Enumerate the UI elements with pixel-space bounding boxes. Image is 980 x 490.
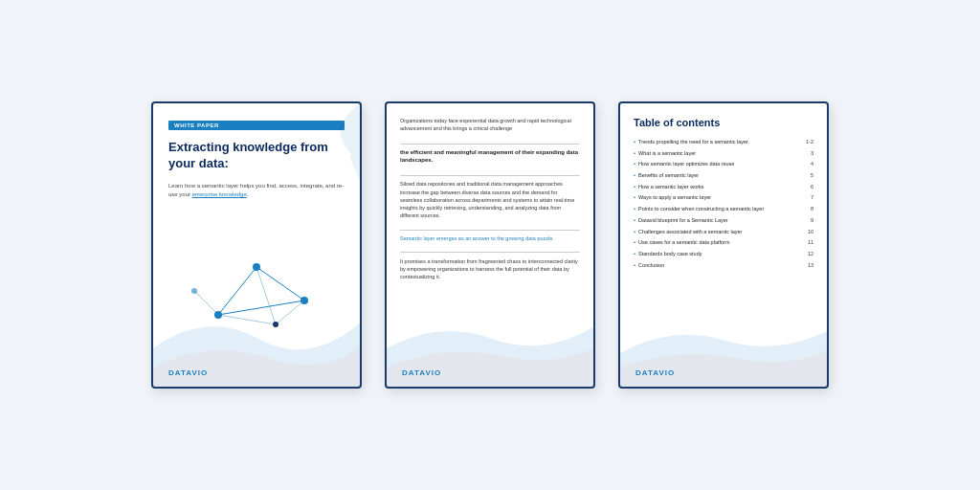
toc-item-label: • What is a semantic layer: [634, 149, 798, 158]
mid-para-1: Siloed data repositories and traditional…: [400, 180, 580, 219]
toc-page-num: 12: [798, 251, 813, 258]
right-card-content: Table of contents • Trends propelling th…: [620, 103, 827, 387]
right-page-card: Table of contents • Trends propelling th…: [618, 101, 829, 389]
toc-row: • How a semantic layer works 6: [634, 183, 813, 191]
svg-point-6: [253, 263, 260, 271]
toc-item-text: Points to consider when constructing a s…: [638, 206, 764, 213]
toc-page-num: 9: [798, 217, 813, 225]
logo-data-right: DATA: [635, 368, 658, 377]
toc-row: • Conclusion 13: [634, 261, 813, 270]
toc-item-text: Standards body case study: [638, 251, 702, 258]
mid-intro-text: Organizations today face exponential dat…: [400, 117, 580, 133]
toc-item-label: • Benefits of semantic layer: [634, 171, 798, 180]
mid-divider-4: [400, 252, 580, 253]
toc-row: • Challenges associated with a semantic …: [634, 228, 813, 236]
toc-item-label: • Challenges associated with a semantic …: [634, 228, 798, 236]
toc-item-text: How semantic layer optimizes data reuse: [638, 161, 734, 168]
logo-data-mid: DATA: [402, 368, 425, 377]
mid-para-2: Semantic layer emerges as an answer to t…: [400, 234, 580, 242]
toc-page-num: 5: [798, 172, 813, 180]
svg-point-9: [273, 322, 278, 327]
logo-vio-right: VIO: [658, 368, 675, 377]
mid-divider-1: [400, 144, 580, 145]
toc-item-text: Datavid blueprint for a Semantic Layer: [638, 217, 728, 225]
toc-row: • What is a semantic layer 3: [634, 149, 813, 158]
toc-page-num: 8: [798, 206, 813, 213]
left-card-content: WHITE PAPER Extracting knowledge from yo…: [153, 103, 360, 387]
toc-item-label: • Points to consider when constructing a…: [634, 205, 798, 213]
toc-page-num: 10: [798, 229, 813, 236]
logo-vio-mid: VIO: [425, 368, 441, 377]
toc-item-label: • Datavid blueprint for a Semantic Layer: [634, 216, 798, 225]
right-logo: DATAVIO: [635, 368, 675, 377]
toc-row: • Standards body case study 12: [634, 250, 813, 258]
svg-line-11: [194, 291, 218, 315]
toc-bullet: •: [634, 205, 635, 212]
svg-line-3: [256, 267, 276, 324]
toc-item-label: • Ways to apply a semantic layer: [634, 193, 798, 202]
toc-page-num: 13: [798, 262, 813, 270]
main-container: WHITE PAPER Extracting knowledge from yo…: [113, 73, 867, 417]
toc-item-text: How a semantic layer works: [638, 184, 703, 191]
toc-page-num: 1-2: [798, 139, 813, 146]
middle-logo: DATAVIO: [402, 368, 441, 377]
toc-row: • Datavid blueprint for a Semantic Layer…: [634, 216, 813, 225]
mid-para-3: It promises a transformation from fragme…: [400, 257, 580, 281]
left-page-card: WHITE PAPER Extracting knowledge from yo…: [151, 101, 362, 389]
toc-item-label: • Use cases for a semantic data platform: [634, 238, 798, 247]
toc-page-num: 7: [798, 194, 813, 202]
toc-item-label: • Trends propelling the need for a seman…: [634, 138, 798, 146]
toc-bullet: •: [634, 171, 635, 179]
toc-row: • Points to consider when constructing a…: [634, 205, 813, 213]
toc-bullet: •: [634, 238, 635, 246]
network-diagram: [168, 207, 345, 375]
toc-bullet: •: [634, 149, 635, 157]
toc-bullet: •: [634, 160, 635, 167]
logo-data: DATA: [168, 368, 191, 377]
left-card-title: Extracting knowledge from your data:: [168, 140, 345, 172]
mid-divider-3: [400, 230, 580, 231]
toc-item-label: • How semantic layer optimizes data reus…: [634, 160, 798, 168]
toc-bullet: •: [634, 250, 635, 257]
toc-item-text: Benefits of semantic layer: [638, 172, 699, 180]
toc-bullet: •: [634, 261, 635, 269]
toc-item-text: Use cases for a semantic data platform: [638, 239, 729, 247]
left-logo: DATAVIO: [168, 368, 208, 377]
toc-bullet: •: [634, 228, 635, 235]
toc-item-text: Challenges associated with a semantic la…: [638, 229, 742, 236]
toc-item-text: What is a semantic layer: [638, 150, 696, 158]
toc-list: • Trends propelling the need for a seman…: [634, 138, 813, 269]
toc-row: • How semantic layer optimizes data reus…: [634, 160, 813, 168]
toc-bullet: •: [634, 193, 635, 201]
svg-line-2: [218, 301, 304, 315]
logo-vio: VIO: [191, 368, 208, 377]
toc-bullet: •: [634, 183, 635, 190]
toc-row: • Use cases for a semantic data platform…: [634, 238, 813, 247]
middle-card-content: Organizations today face exponential dat…: [387, 103, 593, 387]
toc-row: • Ways to apply a semantic layer 7: [634, 193, 813, 202]
svg-line-1: [256, 267, 304, 301]
toc-title: Table of contents: [634, 117, 813, 128]
middle-page-card: Organizations today face exponential dat…: [385, 101, 595, 389]
toc-item-text: Conclusion: [638, 262, 664, 270]
mid-bold-text: the efficient and meaningful management …: [400, 148, 580, 165]
toc-item-label: • Standards body case study: [634, 250, 798, 258]
toc-item-text: Trends propelling the need for a semanti…: [638, 139, 749, 146]
toc-bullet: •: [634, 216, 635, 224]
toc-row: • Benefits of semantic layer 5: [634, 171, 813, 180]
svg-point-8: [301, 297, 308, 304]
svg-line-5: [218, 315, 276, 324]
toc-item-text: Ways to apply a semantic layer: [638, 194, 711, 202]
svg-line-0: [218, 267, 256, 315]
toc-page-num: 6: [798, 184, 813, 191]
toc-item-label: • Conclusion: [634, 261, 798, 270]
toc-bullet: •: [634, 138, 635, 145]
network-svg: [180, 243, 333, 339]
white-paper-badge: WHITE PAPER: [168, 121, 345, 130]
toc-page-num: 11: [798, 239, 813, 247]
toc-row: • Trends propelling the need for a seman…: [634, 138, 813, 146]
mid-divider-2: [400, 175, 580, 176]
left-card-subtitle: Learn how a semantic layer helps you fin…: [168, 182, 345, 199]
toc-page-num: 4: [798, 161, 813, 168]
toc-page-num: 3: [798, 150, 813, 158]
